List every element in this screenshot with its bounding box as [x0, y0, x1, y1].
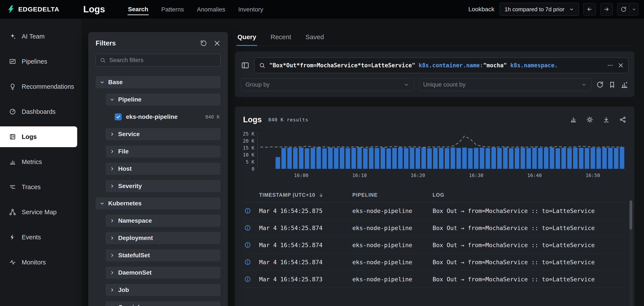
close-filters-button[interactable] [214, 40, 220, 47]
column-pipeline[interactable]: PIPELINE [352, 192, 432, 198]
group-by-select[interactable]: Group by [241, 78, 414, 91]
filters-search[interactable] [96, 54, 220, 67]
table-row[interactable]: Mar 4 16:54:25.874 eks-node-pipeline Box… [243, 237, 626, 254]
tab-search[interactable]: Search [128, 4, 148, 15]
forward-button[interactable] [600, 3, 613, 15]
checkbox-checked[interactable] [115, 113, 122, 120]
sidebar-item-events[interactable]: Events [0, 227, 77, 248]
info-icon[interactable] [244, 225, 251, 231]
query-text: "Box*Out*from=MochaService*to=LatteServi… [269, 62, 602, 69]
sidebar-item-service-map[interactable]: Service Map [0, 202, 77, 222]
table-row[interactable]: Mar 4 16:54:25.875 eks-node-pipeline Box… [243, 202, 626, 219]
filters-panel: Filters Base Pipeline [88, 32, 228, 306]
sidebar-item-traces[interactable]: Traces [0, 177, 77, 197]
sidebar-item-label: Traces [22, 183, 41, 191]
main-area: Query Recent Saved "Box*Out*from=MochaSe… [235, 30, 634, 306]
sidebar-item-label: Logs [22, 133, 37, 141]
info-icon[interactable] [244, 259, 251, 265]
sidebar-item-recommendations[interactable]: Recommendations [0, 76, 77, 97]
chevron-right-icon [109, 166, 115, 172]
arrow-left-icon [586, 6, 592, 12]
top-nav: Search Patterns Anomalies Inventory [128, 0, 264, 19]
refresh-button[interactable] [617, 3, 630, 15]
filter-node-label: Pipeline [118, 96, 142, 103]
chevron-down-icon [109, 97, 115, 103]
filter-node-label: File [118, 148, 128, 155]
tab-patterns[interactable]: Patterns [161, 4, 184, 15]
filter-node-deployment[interactable]: Deployment [106, 232, 220, 244]
filter-node-severity[interactable]: Severity [106, 180, 220, 192]
cell-timestamp: Mar 4 16:54:25.874 [259, 242, 352, 248]
save-query-button[interactable] [608, 81, 616, 88]
info-icon[interactable] [244, 276, 251, 282]
scrollbar-thumb[interactable] [630, 200, 632, 230]
clear-query-icon[interactable] [618, 62, 624, 68]
tab-query[interactable]: Query [236, 30, 257, 46]
run-query-button[interactable] [596, 81, 604, 88]
sidebar-item-logs[interactable]: Logs [0, 126, 77, 147]
filter-node-cronjob[interactable]: Cronjob [106, 301, 220, 306]
log-table: TIMESTAMP (UTC+10 PIPELINE LOG Mar 4 16:… [243, 188, 626, 288]
tab-anomalies[interactable]: Anomalies [196, 4, 226, 15]
bar-chart-icon [9, 158, 16, 165]
filter-node-pipeline[interactable]: Pipeline [106, 94, 220, 106]
sidebar-item-label: Events [22, 234, 41, 241]
filter-value-label: eks-node-pipeline [126, 113, 178, 120]
table-row[interactable]: Mar 4 16:54:25.874 eks-node-pipeline Box… [243, 254, 626, 271]
back-button[interactable] [583, 3, 596, 15]
histogram-icon[interactable] [570, 116, 577, 123]
create-chart-button[interactable] [620, 81, 628, 89]
cell-log: Box Out → from=MochaService :: to=LatteS… [432, 242, 626, 248]
filter-group-kubernetes[interactable]: Kubernetes [96, 197, 220, 209]
table-row[interactable]: Mar 4 16:54:25.873 eks-node-pipeline Box… [243, 271, 626, 288]
filter-node-label: DaemonSet [118, 269, 152, 276]
filter-value-eks-node-pipeline[interactable]: eks-node-pipeline 840 K [115, 111, 220, 123]
sidebar-item-dashboards[interactable]: Dashboards [0, 101, 77, 122]
chevron-down-icon [632, 7, 636, 12]
sidebar-item-monitors[interactable]: Monitors [0, 252, 77, 273]
refresh-options-button[interactable] [630, 3, 638, 15]
tab-inventory[interactable]: Inventory [238, 4, 264, 15]
cell-log: Box Out → from=MochaService :: to=LatteS… [432, 225, 626, 231]
query-input[interactable]: "Box*Out*from=MochaService*to=LatteServi… [254, 58, 628, 73]
unique-count-select[interactable]: Unique count by [419, 78, 592, 91]
table-row[interactable]: Mar 4 16:54:25.874 eks-node-pipeline Box… [243, 219, 626, 237]
filter-node-statefulset[interactable]: StatefulSet [106, 249, 220, 261]
sidebar-item-pipelines[interactable]: Pipelines [0, 51, 77, 72]
filter-node-namespace[interactable]: Namespace [106, 215, 220, 227]
info-icon[interactable] [244, 242, 251, 248]
edgedelta-logo-icon [6, 5, 15, 14]
brand[interactable]: EDGEDELTA [0, 5, 75, 14]
toggle-filters-button[interactable] [241, 61, 250, 70]
filter-node-host[interactable]: Host [106, 163, 220, 175]
gauge-icon [9, 108, 16, 115]
sort-desc-icon [318, 192, 324, 198]
sidebar-item-metrics[interactable]: Metrics [0, 152, 77, 172]
filters-search-input[interactable] [109, 57, 216, 64]
filter-node-service[interactable]: Service [106, 128, 220, 140]
filter-node-daemonset[interactable]: DaemonSet [106, 267, 220, 279]
service-map-icon [9, 209, 16, 216]
log-volume-chart[interactable]: 25 K20 K15 K10 K5 K016:0016:1016:2016:30… [243, 131, 626, 179]
filter-group-base[interactable]: Base [96, 76, 220, 88]
table-scrollbar[interactable] [630, 200, 632, 306]
filter-node-job[interactable]: Job [106, 284, 220, 296]
lookback-select[interactable]: 1h compared to 7d prior [500, 3, 579, 16]
reset-filters-button[interactable] [200, 40, 207, 47]
lightbulb-icon [9, 83, 16, 90]
cell-log: Box Out → from=MochaService :: to=LatteS… [432, 259, 626, 266]
gear-icon[interactable] [586, 116, 593, 123]
info-icon[interactable] [244, 207, 251, 214]
tab-saved[interactable]: Saved [305, 30, 325, 46]
svg-text:0: 0 [252, 166, 254, 172]
more-icon[interactable] [606, 62, 614, 69]
download-icon[interactable] [603, 116, 610, 123]
logs-histogram-svg: 25 K20 K15 K10 K5 K016:0016:1016:2016:30… [243, 131, 626, 179]
share-icon[interactable] [619, 116, 626, 123]
sidebar-item-ai-team[interactable]: AI Team [0, 26, 77, 47]
filter-node-file[interactable]: File [106, 146, 220, 157]
column-timestamp[interactable]: TIMESTAMP (UTC+10 [259, 192, 352, 198]
filter-group-label: Kubernetes [108, 200, 142, 207]
column-log[interactable]: LOG [432, 192, 626, 198]
tab-recent[interactable]: Recent [270, 30, 292, 46]
